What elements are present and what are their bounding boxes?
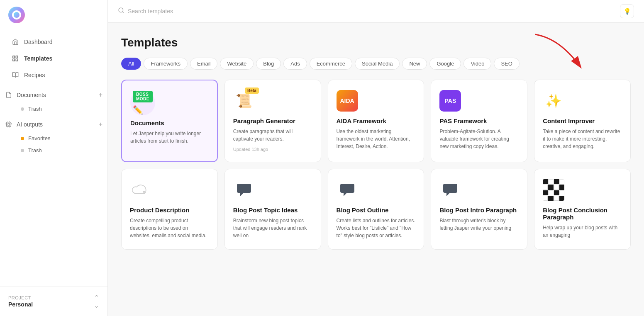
sidebar-item-ai-outputs[interactable]: AI outputs + (0, 117, 107, 131)
product-desc-title: Product Description (130, 207, 209, 214)
sidebar-item-trash[interactable]: Trash (0, 103, 107, 115)
blog-topic-icon-container (233, 179, 255, 201)
template-card-aida[interactable]: AIDA AIDA Framework Use the oldest marke… (328, 80, 424, 162)
paragraph-updated: Updated 13h ago (233, 147, 312, 152)
filter-tab-google[interactable]: Google (429, 58, 461, 70)
template-grid: BOSSMODE ✏️ Documents Let Jasper help yo… (121, 80, 631, 250)
filter-tab-video[interactable]: Video (463, 58, 491, 70)
cpu-icon (5, 121, 12, 128)
sidebar-label-templates: Templates (24, 55, 52, 62)
aida-desc: Use the oldest marketing framework in th… (337, 128, 416, 150)
svg-line-15 (122, 12, 124, 13)
sidebar-item-recipes[interactable]: Recipes (3, 67, 104, 83)
sidebar: Dashboard Templates Recipes Documents (0, 0, 108, 316)
template-card-content-improver[interactable]: ✨ Content Improver Take a piece of conte… (534, 80, 631, 162)
sidebar-label-ai-outputs: AI outputs (17, 121, 43, 128)
template-card-paragraph-generator[interactable]: 📜 Beta Paragraph Generator Create paragr… (224, 80, 321, 162)
filter-tab-website[interactable]: Website (220, 58, 254, 70)
svg-marker-21 (344, 193, 347, 196)
chat-icon (233, 179, 255, 201)
sidebar-item-templates[interactable]: Templates (3, 51, 104, 66)
main-content: 💡 Templates All Frameworks Email Website… (108, 0, 644, 316)
home-icon (12, 38, 19, 46)
blog-topic-title: Blog Post Topic Ideas (233, 207, 312, 214)
cloud-icon (130, 179, 151, 201)
filter-tab-new[interactable]: New (402, 58, 427, 70)
sidebar-label-trash: Trash (28, 106, 42, 112)
blog-intro-title: Blog Post Intro Paragraph (439, 207, 519, 214)
magic-wand-icon: ✨ (543, 90, 564, 112)
blog-outline-desc: Create lists and outlines for articles. … (337, 217, 416, 239)
content-improver-title: Content Improver (543, 117, 622, 124)
search-input[interactable] (128, 8, 252, 15)
svg-rect-22 (443, 184, 457, 193)
sidebar-label-documents: Documents (17, 92, 46, 98)
project-label: PROJECT (8, 295, 33, 300)
sidebar-item-dashboard[interactable]: Dashboard (3, 34, 104, 50)
blog-outline-icon-container (337, 179, 358, 201)
filter-tab-frameworks[interactable]: Frameworks (144, 58, 188, 70)
filter-tab-blog[interactable]: Blog (256, 58, 281, 70)
sidebar-label-dashboard: Dashboard (24, 39, 53, 45)
logo[interactable] (0, 0, 107, 30)
blog-conclusion-icon-container (543, 179, 564, 201)
trash2-dot (21, 149, 24, 152)
chat3-icon (439, 179, 461, 201)
search-icon (118, 7, 124, 15)
template-card-blog-intro[interactable]: Blog Post Intro Paragraph Blast through … (431, 169, 527, 250)
svg-rect-18 (237, 184, 251, 193)
trash-dot (21, 107, 24, 111)
template-card-pas[interactable]: PAS PAS Framework Problem-Agitate-Soluti… (431, 80, 527, 162)
checkerboard-icon (543, 179, 564, 201)
documents-desc: Let Jasper help you write longer article… (130, 130, 209, 145)
page-title: Templates (121, 36, 631, 49)
filter-tab-email[interactable]: Email (190, 58, 218, 70)
filter-tab-social-media[interactable]: Social Media (355, 58, 400, 70)
sidebar-footer: PROJECT Personal ⌃⌄ (0, 287, 107, 316)
topbar: 💡 (108, 0, 644, 23)
filter-tab-all[interactable]: All (121, 58, 141, 70)
blog-conclusion-title: Blog Post Conclusion Paragraph (543, 207, 622, 221)
svg-rect-1 (16, 56, 18, 58)
template-card-blog-outline[interactable]: Blog Post Outline Create lists and outli… (328, 169, 424, 250)
chevron-up-down-icon[interactable]: ⌃⌄ (94, 294, 99, 309)
blog-outline-title: Blog Post Outline (337, 207, 416, 214)
paragraph-title: Paragraph Generator (233, 117, 312, 124)
light-bulb-button[interactable]: 💡 (620, 4, 634, 18)
add-ai-output-icon[interactable]: + (99, 121, 102, 128)
template-card-blog-conclusion[interactable]: Blog Post Conclusion Paragraph Help wrap… (534, 169, 631, 250)
search-container (118, 7, 620, 15)
filter-tab-ecommerce[interactable]: Ecommerce (310, 58, 352, 70)
blog-topic-desc: Brainstorm new blog post topics that wil… (233, 217, 312, 239)
aida-icon: AIDA (337, 90, 358, 112)
content-improver-desc: Take a piece of content and rewrite it t… (543, 128, 622, 150)
filter-tab-ads[interactable]: Ads (283, 58, 307, 70)
template-card-blog-topic[interactable]: Blog Post Topic Ideas Brainstorm new blo… (224, 169, 321, 250)
svg-point-14 (119, 8, 123, 12)
filter-tab-seo[interactable]: SEO (494, 58, 519, 70)
book-icon (12, 71, 19, 79)
sidebar-item-trash2[interactable]: Trash (0, 144, 107, 156)
pas-desc: Problem-Agitate-Solution. A valuable fra… (439, 128, 519, 150)
product-desc-desc: Create compelling product descriptions t… (130, 217, 209, 239)
project-name: Personal (8, 301, 33, 308)
svg-rect-3 (16, 59, 18, 61)
project-info: PROJECT Personal (8, 295, 33, 308)
add-document-icon[interactable]: + (99, 91, 102, 99)
template-card-documents[interactable]: BOSSMODE ✏️ Documents Let Jasper help yo… (121, 80, 218, 162)
svg-marker-23 (446, 193, 450, 196)
sidebar-nav: Dashboard Templates Recipes Documents (0, 30, 107, 287)
sidebar-item-documents[interactable]: Documents + (0, 88, 107, 102)
blog-intro-icon-container (439, 179, 461, 201)
sidebar-item-favorites[interactable]: Favorites (0, 132, 107, 144)
svg-marker-19 (240, 193, 244, 196)
svg-point-17 (143, 192, 145, 193)
svg-rect-20 (340, 184, 354, 193)
cloud-icon-container (130, 179, 151, 201)
chat2-icon (337, 179, 358, 201)
template-card-product-description[interactable]: Product Description Create compelling pr… (121, 169, 218, 250)
blog-intro-desc: Blast through writer's block by letting … (439, 217, 519, 232)
aida-icon-container: AIDA (337, 90, 358, 112)
documents-boss-icon: BOSSMODE ✏️ (130, 90, 155, 115)
lightbulb-icon: 💡 (624, 8, 631, 15)
